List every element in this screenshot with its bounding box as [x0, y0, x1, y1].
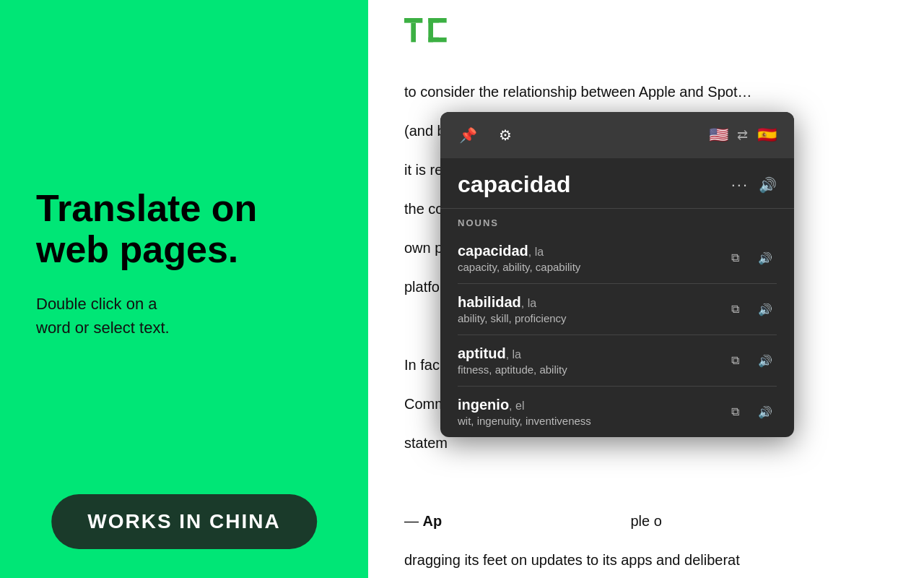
entry-main-4: ingenio, el [458, 397, 723, 413]
entry-actions-2: ⧉ 🔊 [723, 298, 777, 321]
article-line-1: to consider the relationship between App… [404, 79, 924, 104]
entry-left-2: habilidad, la ability, skill, proficienc… [458, 294, 723, 324]
copy-button-4[interactable]: ⧉ [723, 400, 746, 423]
headline: Translate on web pages. [36, 188, 332, 270]
translation-popup: 📌 ⚙ 🇺🇸 ⇄ 🇪🇸 capacidad ··· 🔊 NOUNS [440, 112, 794, 437]
popup-word: capacidad [458, 171, 571, 198]
article-line-apple: — Ap ple o [404, 509, 924, 533]
entry-left-1: capacidad, la capacity, ability, capabil… [458, 243, 723, 273]
entry-actions-1: ⧉ 🔊 [723, 246, 777, 269]
techcrunch-logo [404, 14, 462, 51]
more-options-button[interactable]: ··· [731, 176, 749, 194]
speak-button-2[interactable]: 🔊 [754, 298, 777, 321]
right-panel: to consider the relationship between App… [368, 0, 924, 578]
entry-actions-3: ⧉ 🔊 [723, 349, 777, 372]
target-flag[interactable]: 🇪🇸 [754, 122, 780, 148]
word-speak-button[interactable]: 🔊 [759, 176, 777, 194]
article-line-dragging: dragging its feet on updates to its apps… [404, 548, 924, 572]
svg-rect-1 [411, 23, 416, 43]
entry-main-2: habilidad, la [458, 294, 723, 311]
svg-rect-0 [404, 18, 422, 23]
speak-button-3[interactable]: 🔊 [754, 349, 777, 372]
translation-entry-3[interactable]: aptitud, la fitness, aptitude, ability ⧉… [440, 335, 794, 386]
translation-entry-1[interactable]: capacidad, la capacity, ability, capabil… [440, 233, 794, 283]
works-in-china-badge: WORKS IN CHINA [51, 494, 317, 549]
copy-button-2[interactable]: ⧉ [723, 298, 746, 321]
swap-icon[interactable]: ⇄ [737, 127, 748, 143]
entry-translations-1: capacity, ability, capability [458, 261, 723, 273]
subtext: Double click on a word or select text. [36, 292, 332, 340]
popup-word-actions: ··· 🔊 [731, 176, 777, 194]
entry-main-3: aptitud, la [458, 345, 723, 362]
popup-word-area: capacidad ··· 🔊 [440, 158, 794, 209]
entry-left-4: ingenio, el wit, ingenuity, inventivenes… [458, 397, 723, 427]
svg-rect-4 [428, 38, 446, 43]
speak-button-1[interactable]: 🔊 [754, 246, 777, 269]
source-flag[interactable]: 🇺🇸 [705, 122, 731, 148]
article-line-11 [404, 470, 924, 494]
translation-entry-4[interactable]: ingenio, el wit, ingenuity, inventivenes… [440, 387, 794, 437]
entry-translations-2: ability, skill, proficiency [458, 312, 723, 324]
speak-button-4[interactable]: 🔊 [754, 400, 777, 423]
entry-translations-4: wit, ingenuity, inventiveness [458, 415, 723, 427]
entry-actions-4: ⧉ 🔊 [723, 400, 777, 423]
translation-entry-2[interactable]: habilidad, la ability, skill, proficienc… [440, 284, 794, 335]
flags-container: 🇺🇸 ⇄ 🇪🇸 [705, 122, 780, 148]
entry-translations-3: fitness, aptitude, ability [458, 363, 723, 376]
svg-rect-5 [439, 23, 447, 38]
pin-button[interactable]: 📌 [455, 122, 481, 148]
tc-logo-svg [404, 14, 462, 51]
entry-left-3: aptitud, la fitness, aptitude, ability [458, 345, 723, 376]
entry-main-1: capacidad, la [458, 243, 723, 259]
copy-button-1[interactable]: ⧉ [723, 246, 746, 269]
settings-button[interactable]: ⚙ [492, 122, 518, 148]
pos-label: NOUNS [440, 209, 794, 233]
popup-header: 📌 ⚙ 🇺🇸 ⇄ 🇪🇸 [440, 112, 794, 158]
copy-button-3[interactable]: ⧉ [723, 349, 746, 372]
left-panel: Translate on web pages. Double click on … [0, 0, 368, 578]
